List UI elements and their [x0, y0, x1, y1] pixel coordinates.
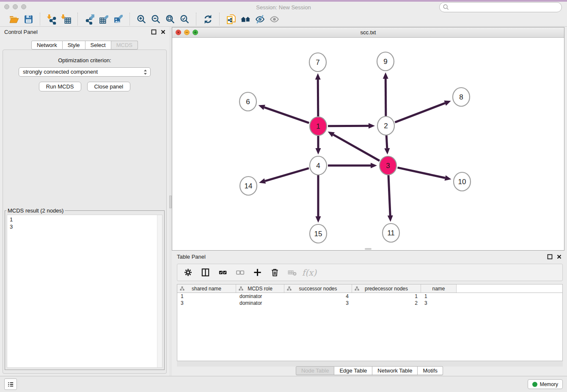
duplicate-network-button[interactable] — [224, 13, 238, 25]
table-row[interactable]: 3dominator323 — [177, 300, 562, 306]
node-label-14: 14 — [245, 182, 253, 190]
edge-3-11[interactable] — [388, 175, 390, 215]
zoom-in-icon — [136, 14, 147, 25]
edge-2-9[interactable] — [385, 79, 386, 116]
arrowhead-icon — [316, 216, 321, 223]
export-network-button[interactable] — [82, 13, 96, 25]
memory-status-icon — [532, 382, 537, 387]
tab-motifs[interactable]: Motifs — [418, 366, 443, 375]
run-mcds-button[interactable]: Run MCDS — [39, 82, 81, 91]
mcds-result-textarea[interactable]: 13 — [7, 215, 162, 368]
deselect-all-button[interactable] — [234, 267, 245, 278]
arrowhead-icon — [445, 175, 451, 181]
float-table-panel-icon[interactable] — [547, 254, 553, 259]
table-header-row: shared nameMCDS rolesuccessor nodesprede… — [177, 284, 562, 293]
duplicate-network-icon — [226, 14, 237, 25]
close-panel-icon[interactable] — [160, 29, 166, 35]
zoom-selected-icon — [179, 14, 190, 25]
save-button[interactable] — [21, 13, 36, 25]
zoom-in-button[interactable] — [134, 13, 149, 25]
column-header-predecessor-nodes[interactable]: predecessor nodes — [352, 284, 421, 293]
arrowhead-icon — [316, 148, 321, 155]
homes-button[interactable] — [238, 13, 253, 25]
network-window-titlebar[interactable]: scc.txt — [172, 28, 564, 38]
edge-2-8[interactable] — [395, 103, 445, 122]
import-table-button[interactable] — [59, 13, 73, 25]
import-network-button[interactable] — [44, 13, 59, 25]
close-panel-button[interactable]: Close panel — [87, 82, 131, 91]
tab-select[interactable]: Select — [85, 41, 111, 50]
homes-icon — [240, 14, 251, 25]
close-table-panel-icon[interactable] — [556, 254, 562, 259]
table-panel-title: Table Panel — [177, 254, 206, 260]
zoom-fit-icon — [165, 14, 176, 25]
network-canvas[interactable]: 7968124314101511 — [172, 38, 564, 250]
table-cell[interactable]: 1 — [177, 293, 236, 300]
task-list-icon — [7, 381, 14, 388]
arrowhead-icon — [371, 163, 377, 168]
select-all-icon — [218, 268, 228, 277]
edge-1-7[interactable] — [318, 80, 318, 116]
control-panel-title: Control Panel — [4, 29, 38, 35]
column-header-successor-nodes[interactable]: successor nodes — [284, 284, 352, 293]
tab-mcds[interactable]: MCDS — [111, 41, 138, 50]
search-input[interactable] — [449, 3, 561, 11]
table-cell[interactable]: 3 — [284, 300, 352, 306]
select-all-button[interactable] — [217, 267, 228, 278]
search-box[interactable] — [439, 2, 562, 12]
zoom-out-button[interactable] — [149, 13, 163, 25]
tab-edge-table[interactable]: Edge Table — [334, 366, 372, 375]
network-resize-handle[interactable] — [365, 248, 372, 250]
settings-button[interactable] — [182, 267, 193, 278]
add-column-button[interactable] — [252, 267, 263, 278]
open-icon — [9, 14, 19, 25]
result-scrollbar[interactable] — [157, 215, 162, 367]
column-header-MCDS-role[interactable]: MCDS role — [236, 284, 284, 293]
export-image-button[interactable] — [111, 13, 125, 25]
criterion-select[interactable]: strongly connected component — [19, 67, 151, 77]
zoom-selected-button[interactable] — [177, 13, 192, 25]
open-button[interactable] — [7, 13, 21, 25]
mcds-result-lines: 13 — [7, 215, 162, 231]
edge-2-3[interactable] — [386, 135, 387, 148]
hide-details-button[interactable] — [253, 13, 267, 25]
node-label-7: 7 — [316, 58, 319, 66]
edge-1-6[interactable] — [264, 108, 309, 123]
table-cell[interactable]: 3 — [177, 300, 236, 306]
edge-4-14[interactable] — [265, 168, 309, 181]
node-table[interactable]: shared nameMCDS rolesuccessor nodesprede… — [177, 284, 563, 361]
arrowhead-icon — [259, 178, 266, 183]
table-cell[interactable]: 1 — [352, 293, 421, 300]
task-history-button[interactable] — [4, 378, 17, 390]
zoom-fit-button[interactable] — [163, 13, 177, 25]
split-view-button[interactable] — [200, 267, 211, 278]
delete-column-button[interactable] — [269, 267, 280, 278]
table-cell[interactable]: 4 — [284, 293, 352, 300]
toolbar-group — [77, 13, 129, 25]
table-row[interactable]: 1dominator411 — [177, 293, 562, 300]
float-panel-icon[interactable] — [151, 29, 157, 35]
table-cell[interactable]: dominator — [236, 293, 284, 300]
export-network-icon — [84, 14, 95, 25]
table-cell[interactable]: 1 — [421, 293, 457, 300]
tab-network-table[interactable]: Network Table — [372, 366, 418, 375]
memory-button[interactable]: Memory — [528, 379, 563, 389]
edge-1-2[interactable] — [328, 126, 369, 126]
edge-3-1[interactable] — [333, 135, 380, 161]
tab-style[interactable]: Style — [63, 41, 85, 50]
table-cell[interactable]: dominator — [236, 300, 284, 306]
table-cell[interactable]: 3 — [421, 300, 457, 306]
refresh-button[interactable] — [201, 13, 215, 25]
arrowhead-icon — [383, 72, 388, 79]
table-cell[interactable]: 2 — [352, 300, 421, 306]
export-table-button[interactable] — [96, 13, 111, 25]
tab-node-table[interactable]: Node Table — [296, 366, 335, 375]
column-header-name[interactable]: name — [421, 284, 457, 293]
tab-network[interactable]: Network — [31, 41, 63, 50]
column-header-shared-name[interactable]: shared name — [177, 284, 236, 293]
application-window: Session: New Session Control Panel Netwo… — [0, 0, 567, 392]
show-details-button[interactable] — [267, 13, 281, 25]
hierarchy-icon — [287, 286, 292, 291]
delete-table-icon — [287, 268, 297, 277]
edge-3-10[interactable] — [397, 168, 445, 178]
